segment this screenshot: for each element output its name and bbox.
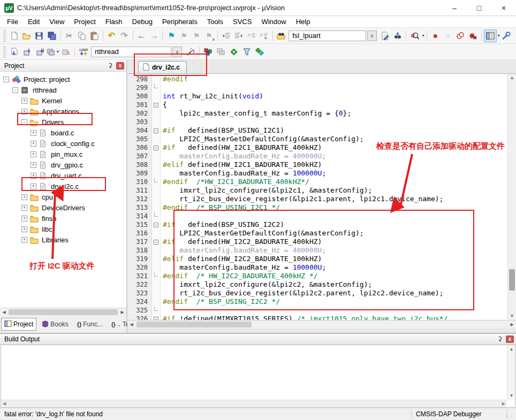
line-number[interactable]: 298 <box>127 75 151 83</box>
close-button[interactable]: × <box>491 0 516 16</box>
paste-icon[interactable] <box>88 29 100 42</box>
code-line-298[interactable]: #endif <box>163 75 507 83</box>
tree-item-libc[interactable]: +libc <box>0 224 126 234</box>
bookmark-prev-icon[interactable]: ⚑ <box>178 29 190 42</box>
code-line-310[interactable]: #endif /*HW_I2C1_BADURATE_400kHZ*/ <box>163 178 507 186</box>
menu-tools[interactable]: Tools <box>202 17 228 27</box>
breakpoint-toggle-icon[interactable]: ● <box>429 29 442 42</box>
code-line-302[interactable]: lpi2c_master_config_t masterConfig = {0}… <box>163 109 507 118</box>
line-number[interactable]: 305 <box>127 135 151 143</box>
collapse-icon[interactable]: - <box>3 77 9 82</box>
code-line-311[interactable]: imxrt_lpi2c_configure(&lpi2c1, &masterCo… <box>163 186 507 195</box>
menu-view[interactable]: View <box>44 17 69 27</box>
line-number[interactable]: 314 <box>127 212 151 220</box>
bookmark-next-icon[interactable]: ⚑ <box>190 29 202 42</box>
scroll-right-icon[interactable]: ▶ <box>502 401 505 406</box>
scroll-right-icon[interactable]: ▶ <box>508 321 516 328</box>
expand-icon[interactable]: + <box>31 151 36 157</box>
configure-wrench-icon[interactable] <box>500 29 513 42</box>
bookmark-clear-all-icon[interactable]: ⚑x <box>203 29 215 42</box>
code-line-317[interactable]: #if defined(HW_I2C2_BADURATE_400kHZ) <box>163 238 507 246</box>
project-panel-close-icon[interactable]: x <box>116 62 124 70</box>
code-line-306[interactable]: #if defined(HW_I2C1_BADURATE_400kHZ) <box>163 143 507 152</box>
redo-icon[interactable]: ↷ <box>118 29 130 42</box>
scroll-left-icon[interactable]: ◀ <box>3 401 6 406</box>
tree-item-rtthread[interactable]: -rtthread <box>0 85 126 95</box>
code-line-322[interactable]: imxrt_lpi2c_configure(&lpi2c2, &masterCo… <box>163 280 507 289</box>
line-number[interactable]: 307 <box>127 152 151 161</box>
tree-item-drv-uart-c[interactable]: +drv_uart.c <box>0 170 126 181</box>
menu-help[interactable]: Help <box>291 17 315 27</box>
code-line-304[interactable]: #if defined(BSP_USING_I2C1) <box>163 126 507 135</box>
find-text-icon[interactable] <box>379 29 391 42</box>
tab-func[interactable]: {}Func... <box>74 318 106 330</box>
scroll-left-icon[interactable]: ◀ <box>127 321 135 328</box>
line-number[interactable]: 304 <box>127 126 151 135</box>
breakpoint-enable-icon[interactable]: ○ <box>442 29 454 42</box>
manage-project-items-icon[interactable] <box>202 45 215 58</box>
line-number[interactable]: 308 <box>127 161 151 169</box>
hscroll-thumb[interactable] <box>9 309 118 315</box>
line-number[interactable]: 301 <box>127 101 151 109</box>
code-line-314[interactable] <box>163 212 507 220</box>
menu-debug[interactable]: Debug <box>127 17 157 27</box>
line-number[interactable]: 318 <box>127 246 151 255</box>
scroll-right-icon[interactable]: ▶ <box>118 309 126 316</box>
expand-icon[interactable]: + <box>21 216 27 222</box>
line-number[interactable]: 302 <box>127 109 151 118</box>
line-number[interactable]: 299 <box>127 83 151 92</box>
line-number[interactable]: 315 <box>127 220 151 229</box>
navigate-forward-icon[interactable]: → <box>148 29 160 42</box>
code-line-312[interactable]: rt_i2c_bus_device_register(&lpi2c1.paren… <box>163 195 507 203</box>
breakpoint-kill-all-icon[interactable] <box>467 29 479 42</box>
comment-selection-icon[interactable]: // <box>245 29 257 42</box>
build-output-content[interactable]: ▲ ▼ ◀ ▶ <box>1 345 515 408</box>
editor-hscrollbar[interactable]: ◀ ▶ <box>127 320 516 328</box>
build-output-close-icon[interactable]: x <box>506 335 514 343</box>
code-line-309[interactable]: masterConfig.baudRate_Hz = 100000U; <box>163 169 507 178</box>
editor-vscrollbar[interactable]: ▲ ▼ <box>507 74 516 320</box>
code-line-326[interactable]: #if !defined(MIMXRT1015_SERIES) /* imxrt… <box>163 315 507 320</box>
code-line-300[interactable]: int rt_hw_i2c_init(void) <box>163 92 507 101</box>
code-line-308[interactable]: #elif defined(HW_I2C1_BADURATE_100kHZ) <box>163 161 507 169</box>
expand-icon[interactable]: + <box>21 237 27 243</box>
new-file-icon[interactable] <box>8 29 20 42</box>
line-number[interactable]: 300 <box>127 92 151 101</box>
manage-run-time-environment-icon[interactable] <box>227 45 240 58</box>
line-number[interactable]: 309 <box>127 169 151 178</box>
find-in-files-icon[interactable] <box>275 29 287 42</box>
cut-icon[interactable]: ✂ <box>63 29 75 42</box>
rebuild-icon[interactable] <box>34 45 47 58</box>
line-number[interactable]: 312 <box>127 195 151 203</box>
code-line-324[interactable]: #endif /* BSP_USING_I2C2 */ <box>163 297 507 306</box>
tree-item-project-project[interactable]: -Project: project <box>0 74 126 85</box>
stop-build-icon[interactable] <box>59 45 72 58</box>
save-all-icon[interactable] <box>45 29 58 42</box>
window-layout-icon[interactable] <box>484 29 496 42</box>
fold-collapse-icon[interactable]: − <box>152 315 160 320</box>
line-number[interactable]: 313 <box>127 203 151 212</box>
menu-edit[interactable]: Edit <box>23 17 44 27</box>
maximize-button[interactable]: □ <box>467 0 491 16</box>
find-menu-icon[interactable]: d <box>408 29 421 42</box>
expand-icon[interactable]: + <box>31 173 36 179</box>
code-line-320[interactable]: masterConfig.baudRate_Hz = 100000U; <box>163 263 507 272</box>
tree-item-libraries[interactable]: +Libraries <box>0 234 126 245</box>
build-output-vscrollbar[interactable]: ▲ ▼ <box>507 345 515 400</box>
line-number[interactable]: 317 <box>127 238 151 246</box>
bookmark-toggle-icon[interactable]: ⚑ <box>165 29 177 42</box>
fold-collapse-icon[interactable]: − <box>152 220 160 229</box>
tree-item-applications[interactable]: +Applications <box>0 106 126 117</box>
build-output-hscrollbar[interactable]: ◀ ▶ <box>1 400 507 407</box>
tree-item-clock-config-c[interactable]: +clock_config.c <box>0 138 126 149</box>
translate-icon[interactable] <box>8 45 21 58</box>
expand-icon[interactable]: + <box>21 98 27 104</box>
minimize-button[interactable]: – <box>442 0 467 16</box>
code-line-319[interactable]: #elif defined(HW_I2C2_BADURATE_100kHZ) <box>163 255 507 263</box>
build-icon[interactable] <box>21 45 34 58</box>
line-number[interactable]: 324 <box>127 297 151 306</box>
menu-project[interactable]: Project <box>69 17 100 27</box>
tab-project[interactable]: Project <box>1 318 36 331</box>
line-number[interactable]: 323 <box>127 289 151 297</box>
project-windows-icon[interactable] <box>215 45 227 58</box>
